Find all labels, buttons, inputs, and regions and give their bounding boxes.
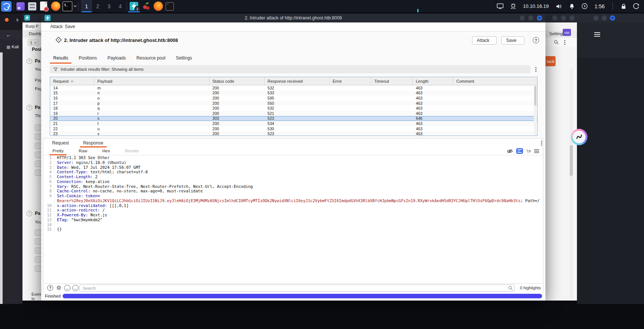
window-titlebar[interactable]: 2. Intruder attack of http://intranet.gh… <box>41 13 545 22</box>
text-editor-icon[interactable] <box>40 1 47 10</box>
power-manager-icon[interactable] <box>581 3 588 9</box>
column-header-response-received[interactable]: Response received <box>264 77 330 85</box>
tab-payloads[interactable]: Payloads <box>104 54 129 64</box>
next-match-button[interactable]: → <box>72 285 79 291</box>
editor-menu-icon[interactable] <box>534 149 539 153</box>
hamburger-menu-icon[interactable] <box>594 31 600 38</box>
menu-attack[interactable]: Attack <box>50 24 63 29</box>
column-header-length[interactable]: Length <box>413 77 453 85</box>
menu-save[interactable]: Save <box>65 24 75 29</box>
button-fragment[interactable] <box>35 152 41 158</box>
button-fragment[interactable] <box>35 170 41 176</box>
minimize-button[interactable] <box>552 15 557 21</box>
firefox-scrollbar-fragment[interactable] <box>0 52 3 304</box>
browser-icon[interactable] <box>154 1 163 11</box>
table-row-request-17[interactable]: 17p200550463 <box>50 101 537 106</box>
table-row-request-20[interactable]: 20s303523646 <box>50 116 537 121</box>
tab-positions[interactable]: Positions <box>75 54 100 64</box>
cherrytree-icon[interactable] <box>142 2 151 10</box>
start-attack-button-fragment[interactable]: tack <box>545 56 556 66</box>
help-icon[interactable]: ? <box>27 58 32 64</box>
maximize-button[interactable] <box>528 15 533 21</box>
hide-eye-icon[interactable] <box>507 149 513 153</box>
firefox-icon[interactable] <box>51 1 60 11</box>
table-row-request-19[interactable]: 19r200521463 <box>50 111 537 116</box>
button-fragment[interactable] <box>35 247 41 254</box>
syntax-highlight-icon[interactable] <box>516 148 523 154</box>
column-header-error[interactable]: Error <box>330 77 371 85</box>
response-editor[interactable]: 1HTTP/1.1 303 See Other2Server: nginx/1.… <box>43 155 543 283</box>
back-arrow-icon[interactable]: ← <box>6 32 11 38</box>
vpn-ip-address[interactable]: 10.10.16.19 <box>523 3 549 9</box>
more-options-icon[interactable] <box>562 39 567 45</box>
search-input[interactable] <box>79 284 515 292</box>
results-options-icon[interactable] <box>533 66 538 72</box>
view-tab-render[interactable]: Render <box>122 147 142 155</box>
table-row-request-15[interactable]: 15n200533463 <box>50 91 537 96</box>
view-tab-hex[interactable]: Hex <box>99 147 113 155</box>
close-button[interactable] <box>569 15 575 21</box>
table-row-request-14[interactable]: 14m200532463 <box>50 85 537 91</box>
tab-dashboard-fragment[interactable]: Dashboa <box>29 31 41 36</box>
tab-resource-pool[interactable]: Resource pool <box>133 54 169 64</box>
close-button[interactable]: ✕ <box>610 15 615 21</box>
column-header-comment[interactable]: Comment <box>453 77 537 85</box>
minimize-button[interactable] <box>593 15 599 21</box>
table-row-request-16[interactable]: 16o200595463 <box>50 95 537 101</box>
table-row-request-18[interactable]: 18q200532463 <box>50 106 537 111</box>
attack-button[interactable]: Attack <box>472 36 497 45</box>
notifications-bell-icon[interactable] <box>569 3 575 9</box>
burp-taskbar-icon[interactable]: 2 <box>130 2 138 10</box>
workspace-2[interactable]: 2 <box>92 0 103 12</box>
search-help-icon[interactable]: ? <box>47 285 53 291</box>
close-button[interactable]: ✕ <box>537 15 542 21</box>
burp-main-menubar-fragment[interactable]: Burp P <box>22 22 41 31</box>
tab-results[interactable]: Results <box>50 54 72 64</box>
button-fragment[interactable] <box>35 134 41 140</box>
attack-subtab[interactable]: 1 × <box>28 39 39 46</box>
column-header-timeout[interactable]: Timeout <box>371 77 413 85</box>
attack-subtab-close-icon[interactable]: × <box>34 40 36 45</box>
column-header-status-code[interactable]: Status code <box>209 77 264 85</box>
bookmark-label[interactable]: Kali <box>12 45 19 49</box>
minimize-button[interactable] <box>520 15 525 21</box>
terminal-window-icon[interactable]: ⌜ <box>166 2 174 10</box>
maximize-button[interactable] <box>561 15 566 21</box>
table-scrollbar-thumb[interactable] <box>534 86 536 106</box>
message-tab-request[interactable]: Request <box>49 138 72 147</box>
chevron-down-icon[interactable] <box>73 4 77 8</box>
linebreak-toggle-icon[interactable]: \n <box>526 149 531 153</box>
button-fragment[interactable] <box>35 256 41 263</box>
display-icon[interactable] <box>497 3 504 9</box>
event-log-label-fragment[interactable]: Event lo <box>31 292 41 301</box>
column-header-request[interactable]: Request <box>50 77 94 85</box>
previous-match-button[interactable]: ← <box>64 285 70 291</box>
scrollbar[interactable] <box>569 68 573 299</box>
workspace-4[interactable]: 4 <box>115 0 126 12</box>
button-fragment[interactable] <box>35 125 41 131</box>
button-fragment[interactable] <box>35 143 41 149</box>
maximize-button[interactable] <box>602 15 607 21</box>
column-header-payload[interactable]: Payload <box>94 77 209 85</box>
save-button[interactable]: Save <box>501 36 524 45</box>
results-filter-bar[interactable]: Intruder attack results filter: Showing … <box>50 65 530 73</box>
tab-settings[interactable]: Settings <box>172 54 195 64</box>
editor-options-icon[interactable] <box>539 140 544 146</box>
table-row-request-23[interactable]: 23v200523463 <box>50 131 537 136</box>
view-tab-raw[interactable]: Raw <box>76 147 90 155</box>
kali-menu-icon[interactable] <box>1 1 12 12</box>
gradient-ring-logo[interactable] <box>571 129 587 145</box>
vpn-network-icon[interactable] <box>510 3 516 9</box>
table-row-request-22[interactable]: 22u200530463 <box>50 126 537 131</box>
help-icon[interactable]: ? <box>27 211 32 216</box>
menu-fragment[interactable]: Burp P <box>25 24 39 28</box>
view-tab-pretty[interactable]: Pretty <box>49 147 67 155</box>
table-row-request-21[interactable]: 21t200534463 <box>50 121 537 126</box>
message-tab-response[interactable]: Response <box>80 138 107 147</box>
button-fragment[interactable] <box>35 238 41 245</box>
button-fragment[interactable] <box>35 161 41 167</box>
app-icon-launcher[interactable] <box>16 2 25 10</box>
workspace-1[interactable]: 1 <box>81 0 92 12</box>
volume-icon[interactable] <box>556 3 562 9</box>
clock[interactable]: 1:56 <box>595 3 605 9</box>
